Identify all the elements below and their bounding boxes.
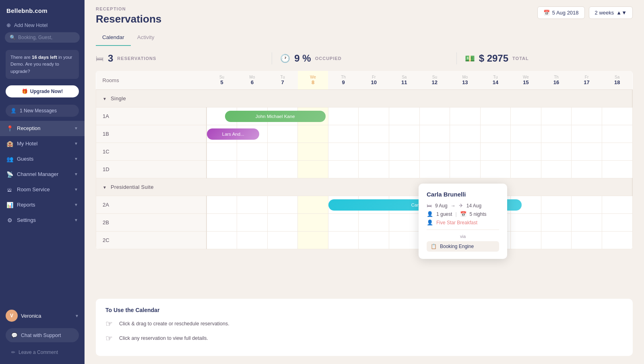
cell-2a-fr17[interactable] xyxy=(572,196,602,214)
cell-1c-sa18[interactable] xyxy=(602,143,632,161)
cell-1b-tu7[interactable] xyxy=(267,125,298,143)
upgrade-button[interactable]: 🎁 Upgrade Now! xyxy=(6,85,79,97)
cell-2b-we15[interactable] xyxy=(511,214,541,232)
cell-1d-mo13[interactable] xyxy=(450,161,481,178)
cell-1b-th16[interactable] xyxy=(541,125,572,143)
cell-1d-mo6[interactable] xyxy=(237,161,268,178)
cell-2c-mo6[interactable] xyxy=(237,232,268,249)
cell-1a-th16[interactable] xyxy=(541,108,572,125)
cell-2b-we8[interactable] xyxy=(298,214,328,232)
cell-2a-we8[interactable] xyxy=(298,196,328,214)
cell-2b-th9[interactable] xyxy=(328,214,359,232)
cell-1c-tu7[interactable] xyxy=(267,143,298,161)
sidebar-item-my-hotel[interactable]: 🏨 My Hotel ▼ xyxy=(0,136,85,151)
tab-calendar[interactable]: Calendar xyxy=(96,31,131,46)
cell-1a-mo13[interactable] xyxy=(450,108,481,125)
chat-support-button[interactable]: 💬 Chat with Support xyxy=(6,328,79,342)
sidebar-item-guests[interactable]: 👥 Guests ▼ xyxy=(0,151,85,167)
cell-2b-su5[interactable] xyxy=(206,214,237,232)
cell-1c-we8[interactable] xyxy=(298,143,328,161)
sidebar-item-reports[interactable]: 📊 Reports ▼ xyxy=(0,197,85,213)
cell-1b-sa11[interactable] xyxy=(389,125,420,143)
cell-2c-sa11[interactable] xyxy=(389,232,420,249)
cell-1d-th9[interactable] xyxy=(328,161,359,178)
cell-2c-fr17[interactable] xyxy=(572,232,602,249)
cell-2c-fr10[interactable] xyxy=(359,232,389,249)
cell-1b-th9[interactable] xyxy=(328,125,359,143)
cell-1c-fr17[interactable] xyxy=(572,143,602,161)
collapse-icon[interactable]: ▼ xyxy=(103,97,107,101)
cell-1a-su12[interactable] xyxy=(419,108,450,125)
sidebar-item-room-service[interactable]: 🛎 Room Service ▼ xyxy=(0,182,85,197)
cell-1a-tu14[interactable] xyxy=(480,108,511,125)
cell-1c-mo6[interactable] xyxy=(237,143,268,161)
user-section[interactable]: V Veronica ▼ xyxy=(0,306,85,326)
collapse-icon-presidential[interactable]: ▼ xyxy=(103,185,107,190)
cell-1b-sa18[interactable] xyxy=(602,125,632,143)
cell-1a-we15[interactable] xyxy=(511,108,541,125)
sidebar-item-reception[interactable]: 📍 Reception ▼ xyxy=(0,121,85,136)
cell-1c-sa11[interactable] xyxy=(389,143,420,161)
cell-2c-sa18[interactable] xyxy=(602,232,632,249)
period-picker[interactable]: 2 weeks ▲▼ xyxy=(589,6,633,19)
cell-1d-su5[interactable] xyxy=(206,161,237,178)
cell-1c-th9[interactable] xyxy=(328,143,359,161)
reservation-john-michael-kane[interactable]: John Michael Kane xyxy=(225,111,326,122)
cell-1d-fr10[interactable] xyxy=(359,161,389,178)
cell-1d-th16[interactable] xyxy=(541,161,572,178)
cell-1c-we15[interactable] xyxy=(511,143,541,161)
cell-1a-fr17[interactable] xyxy=(572,108,602,125)
add-hotel-button[interactable]: ⊕ Add New Hotel xyxy=(0,20,85,32)
cell-1a-fr10[interactable] xyxy=(359,108,389,125)
cell-1b-su12[interactable] xyxy=(419,125,450,143)
cell-1d-we15[interactable] xyxy=(511,161,541,178)
search-bar[interactable]: 🔍 Booking, Guest, xyxy=(5,32,80,43)
cell-1b-fr17[interactable] xyxy=(572,125,602,143)
cell-1c-su12[interactable] xyxy=(419,143,450,161)
cell-2b-sa18[interactable] xyxy=(602,214,632,232)
cell-1a-th9[interactable] xyxy=(328,108,359,125)
cell-2c-th9[interactable] xyxy=(328,232,359,249)
date-picker[interactable]: 📅 5 Aug 2018 xyxy=(537,6,585,19)
cell-2a-th9[interactable]: Carla Brunelli xyxy=(328,196,359,214)
tab-activity[interactable]: Activity xyxy=(131,31,161,46)
cell-1b-we8[interactable] xyxy=(298,125,328,143)
cell-2c-tu7[interactable] xyxy=(267,232,298,249)
cell-1d-we8[interactable] xyxy=(298,161,328,178)
cell-2c-th16[interactable] xyxy=(541,232,572,249)
cell-2b-fr10[interactable] xyxy=(359,214,389,232)
sidebar-item-channel-manager[interactable]: 📡 Channel Manager ▼ xyxy=(0,167,85,182)
cell-1d-sa11[interactable] xyxy=(389,161,420,178)
cell-1c-tu14[interactable] xyxy=(480,143,511,161)
cell-1c-fr10[interactable] xyxy=(359,143,389,161)
leave-comment-button[interactable]: ✏ Leave a Comment xyxy=(6,346,79,358)
reservation-lars[interactable]: Lars And... xyxy=(207,128,259,140)
cell-2b-sa11[interactable] xyxy=(389,214,420,232)
cell-1b-we15[interactable] xyxy=(511,125,541,143)
cell-1d-su12[interactable] xyxy=(419,161,450,178)
cell-1b-mo13[interactable] xyxy=(450,125,481,143)
cell-1d-fr17[interactable] xyxy=(572,161,602,178)
cell-2a-mo6[interactable] xyxy=(237,196,268,214)
cell-1d-tu7[interactable] xyxy=(267,161,298,178)
calendar-container[interactable]: Rooms Su5 Mo6 Tu7 We8 Th9 Fr10 Sa11 Su12… xyxy=(85,71,644,299)
cell-1b-fr10[interactable] xyxy=(359,125,389,143)
cell-1b-su5[interactable]: Lars And... xyxy=(206,125,237,143)
cell-2b-tu7[interactable] xyxy=(267,214,298,232)
cell-1c-mo13[interactable] xyxy=(450,143,481,161)
cell-2b-fr17[interactable] xyxy=(572,214,602,232)
cell-2c-we8[interactable] xyxy=(298,232,328,249)
sidebar-item-settings[interactable]: ⚙ Settings ▼ xyxy=(0,213,85,228)
messages-button[interactable]: 👤 1 New Messages xyxy=(6,105,79,117)
cell-1a-su5[interactable]: John Michael Kane xyxy=(206,108,237,125)
cell-2c-we15[interactable] xyxy=(511,232,541,249)
cell-1d-sa18[interactable] xyxy=(602,161,632,178)
cell-2b-th16[interactable] xyxy=(541,214,572,232)
cell-2a-th16[interactable] xyxy=(541,196,572,214)
cell-1c-th16[interactable] xyxy=(541,143,572,161)
cell-2a-su5[interactable] xyxy=(206,196,237,214)
cell-2c-su5[interactable] xyxy=(206,232,237,249)
cell-1d-tu14[interactable] xyxy=(480,161,511,178)
cell-1a-sa18[interactable] xyxy=(602,108,632,125)
cell-1b-tu14[interactable] xyxy=(480,125,511,143)
